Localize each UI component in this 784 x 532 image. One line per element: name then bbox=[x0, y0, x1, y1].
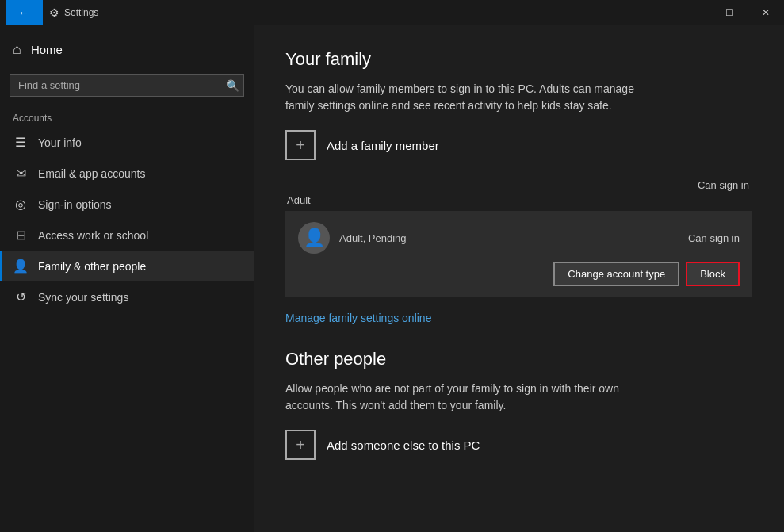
titlebar-title: Settings bbox=[64, 7, 675, 18]
member-info: 👤 Adult, Pending bbox=[298, 222, 407, 254]
sidebar-item-label: Access work or school bbox=[38, 229, 148, 242]
add-family-member-button[interactable]: + bbox=[285, 130, 316, 160]
search-input[interactable] bbox=[10, 74, 244, 97]
your-info-icon: ☰ bbox=[13, 135, 29, 150]
adult-label: Adult bbox=[285, 194, 752, 206]
manage-family-settings-link[interactable]: Manage family settings online bbox=[285, 312, 431, 324]
sidebar-item-your-info[interactable]: ☰ Your info bbox=[0, 127, 254, 158]
add-someone-label: Add someone else to this PC bbox=[327, 438, 480, 452]
member-status: Adult, Pending bbox=[339, 232, 407, 244]
sidebar-item-label: Email & app accounts bbox=[38, 167, 145, 180]
change-account-type-button[interactable]: Change account type bbox=[553, 262, 679, 286]
sidebar-item-work-school[interactable]: ⊟ Access work or school bbox=[0, 220, 254, 251]
back-arrow-icon: ← bbox=[18, 6, 31, 19]
maximize-button[interactable]: ☐ bbox=[711, 0, 748, 25]
titlebar: ← ⚙ Settings — ☐ ✕ bbox=[0, 0, 784, 25]
other-people-description: Allow people who are not part of your fa… bbox=[285, 381, 642, 414]
sidebar-item-email-app[interactable]: ✉ Email & app accounts bbox=[0, 158, 254, 189]
your-family-title: Your family bbox=[285, 49, 752, 70]
add-someone-row: + Add someone else to this PC bbox=[285, 430, 752, 460]
content-area: Your family You can allow family members… bbox=[254, 25, 784, 532]
close-button[interactable]: ✕ bbox=[748, 0, 784, 25]
your-family-description: You can allow family members to sign in … bbox=[285, 81, 642, 114]
email-icon: ✉ bbox=[13, 166, 29, 181]
sidebar-item-label: Sign-in options bbox=[38, 198, 112, 211]
add-family-member-label: Add a family member bbox=[327, 139, 439, 152]
avatar: 👤 bbox=[298, 222, 330, 254]
sidebar: ⌂ Home 🔍 Accounts ☰ Your info ✉ Email & … bbox=[0, 25, 254, 532]
sidebar-home-label: Home bbox=[31, 43, 63, 56]
person-icon: 👤 bbox=[304, 228, 325, 248]
accounts-section-label: Accounts bbox=[0, 103, 254, 127]
minimize-button[interactable]: — bbox=[675, 0, 711, 25]
family-icon: 👤 bbox=[13, 258, 29, 274]
sidebar-home[interactable]: ⌂ Home bbox=[0, 32, 254, 67]
work-school-icon: ⊟ bbox=[13, 228, 29, 243]
sign-in-icon: ◎ bbox=[13, 197, 29, 212]
can-sign-in-header: Can sign in bbox=[285, 179, 752, 191]
sidebar-item-label: Family & other people bbox=[38, 260, 146, 273]
block-button[interactable]: Block bbox=[686, 262, 740, 286]
add-member-row: + Add a family member bbox=[285, 130, 752, 160]
add-someone-button[interactable]: + bbox=[285, 430, 316, 460]
sidebar-item-sync[interactable]: ↺ Sync your settings bbox=[0, 281, 254, 312]
your-family-section: Your family You can allow family members… bbox=[285, 49, 752, 325]
other-people-title: Other people bbox=[285, 349, 752, 369]
other-people-section: Other people Allow people who are not pa… bbox=[285, 349, 752, 460]
sidebar-item-family[interactable]: 👤 Family & other people bbox=[0, 251, 254, 281]
sidebar-item-label: Sync your settings bbox=[38, 291, 128, 304]
settings-app-icon: ⚙ bbox=[49, 6, 59, 19]
family-member-card: 👤 Adult, Pending Can sign in Change acco… bbox=[285, 211, 752, 297]
main-layout: ⌂ Home 🔍 Accounts ☰ Your info ✉ Email & … bbox=[0, 25, 784, 532]
window-controls: — ☐ ✕ bbox=[675, 0, 784, 25]
sidebar-item-sign-in[interactable]: ◎ Sign-in options bbox=[0, 189, 254, 220]
sidebar-item-label: Your info bbox=[38, 136, 82, 149]
back-button[interactable]: ← bbox=[6, 0, 43, 25]
member-top-row: 👤 Adult, Pending Can sign in bbox=[298, 222, 740, 254]
search-box: 🔍 bbox=[10, 74, 244, 97]
member-actions: Change account type Block bbox=[298, 262, 740, 286]
home-icon: ⌂ bbox=[13, 41, 21, 58]
search-icon: 🔍 bbox=[226, 79, 239, 92]
member-can-sign-in: Can sign in bbox=[688, 232, 740, 244]
sync-icon: ↺ bbox=[13, 289, 29, 304]
